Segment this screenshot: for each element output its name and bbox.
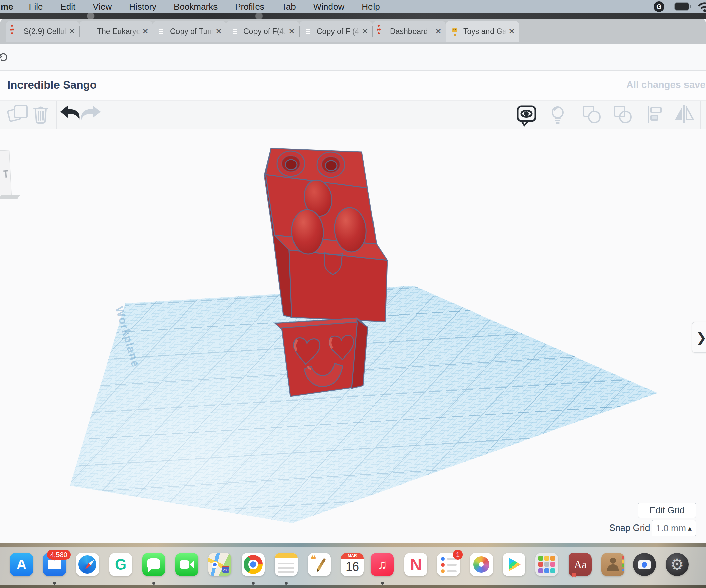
reminders-badge: 1 (453, 550, 463, 560)
mail-badge: 4,580 (47, 550, 71, 560)
tinkercad-header: Incredible Sango All changes saved (0, 71, 706, 101)
dock-reminders[interactable]: 1 (437, 553, 460, 576)
menu-edit[interactable]: Edit (51, 2, 84, 12)
dock-notes[interactable] (275, 553, 298, 576)
browser-tab-1[interactable]: S(2.9) Cellular F ✕ (6, 21, 79, 42)
snap-grid-dropdown[interactable]: 1.0 mm ▴ (652, 520, 696, 536)
tab-label: Copy of F (4.0a (317, 27, 360, 36)
align-icon[interactable] (648, 106, 661, 123)
tab-close-icon[interactable]: ✕ (69, 27, 75, 36)
tinkercad-toolbar (0, 101, 706, 129)
browser-tab-4[interactable]: Copy of F(4.0)a ✕ (226, 21, 299, 42)
redo-icon[interactable] (81, 105, 101, 120)
menu-bookmarks[interactable]: Bookmarks (165, 2, 226, 12)
dock-app-store[interactable]: A (10, 553, 33, 576)
browser-tabstrip: S(2.9) Cellular F ✕ The Eukaryotic C ✕ C… (0, 19, 706, 44)
browser-tab-6[interactable]: Dashboard ✕ (372, 21, 446, 42)
browser-tab-3[interactable]: Copy of Tumor S ✕ (153, 21, 226, 42)
ungroup-icon[interactable] (615, 106, 631, 123)
dock-photos[interactable] (470, 553, 493, 576)
design-title[interactable]: Incredible Sango (7, 79, 97, 91)
chevron-right-icon: ❯ (696, 330, 706, 345)
tab-close-icon[interactable]: ✕ (288, 27, 295, 36)
browser-tab-2[interactable]: The Eukaryotic C ✕ (79, 21, 153, 42)
location-dot-icon (212, 562, 218, 568)
tab-close-icon[interactable]: ✕ (508, 27, 515, 36)
screen: { "menubar": { "items": ["me", "File", "… (0, 0, 706, 588)
dock-play[interactable] (503, 553, 525, 576)
tab-label: Copy of Tumor S (170, 27, 213, 36)
menu-tab[interactable]: Tab (273, 2, 305, 12)
highway-shield: 280 (222, 566, 229, 573)
gdocs-favicon (157, 27, 166, 36)
dock-music[interactable]: ♫ (371, 553, 394, 576)
workplane-grid[interactable] (0, 129, 706, 543)
dock-system-settings[interactable]: ⚙ (666, 553, 689, 576)
browser-tab-7-active[interactable]: Toys and Games ✕ (446, 21, 519, 42)
edit-grid-button[interactable]: Edit Grid (638, 503, 696, 518)
battery-icon (675, 3, 689, 10)
dock-launchpad[interactable] (535, 553, 558, 576)
dock-news[interactable]: N (404, 553, 427, 576)
view-cube-face-label: T (3, 168, 9, 180)
duplicate-icon[interactable] (8, 106, 27, 121)
envelope-icon (48, 560, 61, 569)
browser-tab-5[interactable]: Copy of F (4.0a ✕ (299, 21, 372, 42)
menu-app[interactable]: me (0, 2, 20, 12)
menu-view[interactable]: View (84, 2, 120, 12)
tab-label: Copy of F(4.0)a (243, 27, 286, 36)
viewport-3d[interactable]: Workplane T ❯ Edit Grid Snap Grid 1.0 mm… (0, 129, 706, 543)
tab-label: Dashboard (390, 27, 433, 36)
menu-help[interactable]: Help (353, 2, 388, 12)
running-dot-messages (152, 582, 155, 585)
dock-safari[interactable] (76, 553, 99, 576)
tab-close-icon[interactable]: ✕ (362, 27, 368, 36)
reload-icon[interactable]: ⟳ (0, 50, 8, 65)
dock-calendar[interactable]: MAR 16 (341, 553, 364, 576)
tab-label: S(2.9) Cellular F (24, 27, 67, 36)
menu-window[interactable]: Window (305, 2, 353, 12)
canvas-favicon (377, 27, 386, 36)
dock-messages[interactable] (142, 553, 165, 576)
tab-close-icon[interactable]: ✕ (142, 27, 149, 36)
chrome-logo-icon (244, 555, 263, 574)
view-styles-icon[interactable] (518, 106, 535, 125)
edit-grid-label: Edit Grid (649, 505, 684, 516)
dock-camera[interactable] (633, 553, 656, 576)
play-triangle-icon (509, 558, 521, 571)
canvas-favicon (10, 27, 19, 36)
wifi-icon (698, 1, 706, 12)
dock-facetime[interactable] (175, 553, 198, 576)
snap-grid-label: Snap Grid (609, 523, 650, 533)
dock-contacts[interactable] (601, 553, 624, 576)
lights-icon[interactable] (552, 107, 563, 123)
undo-icon[interactable] (60, 105, 80, 120)
dock-pages[interactable]: ❝ (308, 553, 331, 576)
menu-profiles[interactable]: Profiles (226, 2, 273, 12)
pen-icon (317, 558, 326, 571)
menu-history[interactable]: History (120, 2, 165, 12)
snap-grid-value: 1.0 mm (656, 523, 686, 534)
tab-label: The Eukaryotic C (97, 27, 140, 36)
delete-icon[interactable] (34, 107, 47, 123)
dock-chrome[interactable] (242, 553, 265, 576)
dock-mail[interactable]: 4,580 (43, 553, 66, 576)
view-cube-shadow (0, 195, 20, 199)
tab-close-icon[interactable]: ✕ (435, 27, 442, 36)
dock-maps[interactable]: 280 (208, 553, 231, 576)
menu-file[interactable]: File (20, 2, 52, 12)
caret-up-icon: ▴ (688, 524, 692, 533)
dock-grammarly[interactable]: G (109, 553, 132, 576)
gdocs-favicon (303, 27, 313, 36)
shapes-panel-toggle[interactable]: ❯ (692, 322, 706, 353)
person-icon (610, 558, 616, 564)
running-dot-music (381, 582, 384, 585)
toolbar-icons (0, 101, 706, 129)
mirror-icon[interactable] (675, 105, 693, 123)
save-status: All changes saved (626, 79, 706, 90)
dock-dictionary[interactable]: Aa (569, 553, 592, 576)
tab-close-icon[interactable]: ✕ (215, 27, 222, 36)
launchpad-grid-icon (538, 556, 555, 573)
grammarly-menubar-icon[interactable]: G (654, 1, 664, 12)
group-icon[interactable] (584, 106, 600, 123)
